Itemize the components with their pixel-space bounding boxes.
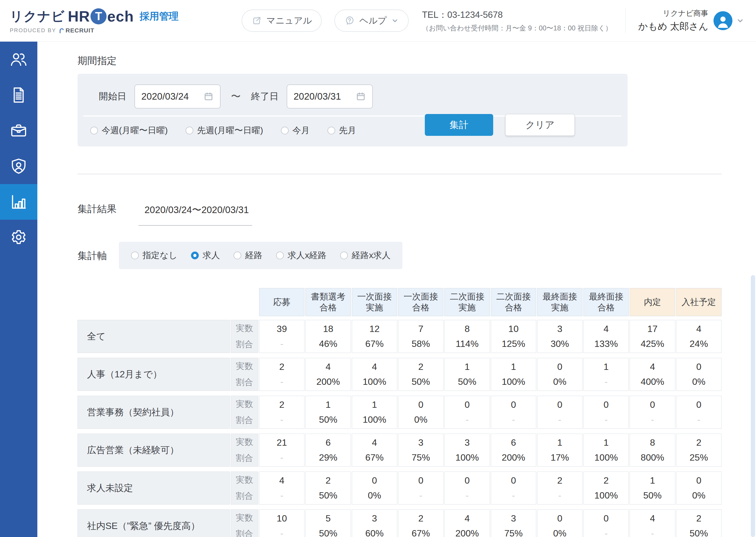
document-icon (10, 86, 28, 104)
avatar-person-icon (715, 14, 731, 30)
count-label: 実数 (236, 360, 253, 372)
rate-value: 60% (365, 528, 384, 537)
data-cell-4-6: 2- (537, 472, 582, 505)
rate-value: 100% (594, 490, 618, 501)
data-cell-3-7: 1100% (583, 434, 629, 467)
rate-value: - (419, 490, 423, 501)
table-row-4: 求人未設定実数割合4-250%00%0-0-0-2-2100%150%00% (78, 472, 722, 505)
rate-value: 100% (455, 452, 479, 463)
radio-quick-3[interactable]: 先月 (327, 125, 356, 137)
data-cell-5-8: 4- (630, 510, 675, 537)
sidebar-item-briefcase[interactable] (0, 113, 37, 148)
count-value: 2 (279, 399, 284, 410)
rate-value: - (558, 490, 562, 501)
start-date-input[interactable]: 2020/03/24 (134, 84, 221, 108)
data-cell-0-3: 758% (398, 320, 443, 353)
manual-button[interactable]: マニュアル (241, 10, 322, 32)
count-value: 2 (418, 361, 423, 372)
data-cell-0-6: 330% (537, 320, 582, 353)
rate-value: 67% (412, 528, 430, 537)
sidebar-item-document[interactable] (0, 77, 37, 113)
data-cell-1-5: 1100% (491, 358, 536, 391)
row-label: 広告営業（未経験可） (78, 434, 230, 467)
count-value: 4 (326, 361, 331, 372)
column-header-4: 二次面接 実施 (444, 288, 490, 316)
data-cell-3-1: 629% (305, 434, 351, 467)
briefcase-icon (10, 121, 28, 140)
rate-value: 50% (690, 528, 708, 537)
count-value: 1 (604, 437, 609, 448)
data-cell-1-3: 250% (398, 358, 443, 391)
aggregate-button[interactable]: 集計 (425, 114, 493, 136)
rate-value: 200% (502, 452, 525, 463)
count-value: 18 (323, 324, 333, 334)
count-value: 17 (648, 324, 658, 334)
page-scrollbar-thumb[interactable] (751, 275, 755, 537)
radio-quick-1[interactable]: 先週(月曜〜日曜) (186, 125, 263, 137)
clear-button[interactable]: クリア (505, 114, 575, 136)
radio-circle (327, 127, 335, 134)
radio-axis-3[interactable]: 求人x経路 (276, 250, 326, 261)
rate-value: - (280, 339, 283, 349)
sidebar-item-gear[interactable] (0, 220, 37, 255)
column-header-1: 書類選考 合格 (305, 288, 351, 316)
period-section-title: 期間指定 (78, 55, 722, 66)
count-value: 1 (604, 361, 609, 372)
sidebar-item-bar-chart[interactable] (0, 184, 37, 220)
range-tilde: 〜 (231, 90, 241, 103)
count-value: 1 (557, 437, 563, 448)
panel-buttons: 集計 クリア (425, 114, 575, 136)
start-date-value: 2020/03/24 (141, 91, 189, 102)
count-value: 4 (372, 361, 377, 372)
sidebar-item-users[interactable] (0, 42, 37, 77)
count-value: 2 (326, 475, 331, 486)
radio-axis-1[interactable]: 求人 (191, 250, 220, 261)
logo-row: リクナビ HR T ech 採用管理 (10, 8, 179, 25)
manual-button-label: マニュアル (267, 15, 312, 27)
column-header-5: 二次面接 合格 (491, 288, 536, 316)
data-cell-5-2: 360% (352, 510, 397, 537)
radio-quick-0[interactable]: 今週(月曜〜日曜) (90, 125, 168, 137)
radio-axis-2[interactable]: 経路 (233, 250, 262, 261)
end-date-input[interactable]: 2020/03/31 (287, 84, 373, 108)
count-value: 0 (604, 399, 609, 410)
data-cell-2-1: 150% (305, 396, 351, 429)
radio-axis-4[interactable]: 経路x求人 (340, 250, 390, 261)
produced-by-label: PRODUCED BY (10, 27, 56, 34)
data-cell-0-5: 10125% (491, 320, 536, 353)
radio-quick-2[interactable]: 今月 (281, 125, 310, 137)
rate-label: 割合 (236, 414, 253, 426)
help-button[interactable]: ヘルプ (334, 10, 409, 32)
count-value: 0 (557, 399, 563, 410)
bar-chart-icon (10, 193, 28, 211)
results-table: 応募書類選考 合格一次面接 実施一次面接 合格二次面接 実施二次面接 合格最終面… (78, 288, 722, 537)
logo-t-badge: T (91, 8, 106, 24)
app-header: リクナビ HR T ech 採用管理 PRODUCED BY RECRUIT マ… (0, 0, 756, 42)
rate-value: - (280, 414, 283, 425)
column-header-7: 最終面接 合格 (583, 288, 629, 316)
data-cell-1-8: 4400% (630, 358, 675, 391)
column-header-0: 応募 (259, 288, 305, 316)
radio-label: 求人x経路 (287, 250, 326, 261)
radio-label: 今週(月曜〜日曜) (102, 125, 168, 137)
recruit-word-label: RECRUIT (65, 27, 94, 34)
sidebar-item-shield-user[interactable] (0, 148, 37, 184)
radio-circle (276, 252, 284, 259)
data-cell-1-2: 4100% (352, 358, 397, 391)
radio-axis-0[interactable]: 指定なし (131, 250, 177, 261)
count-value: 12 (369, 324, 380, 334)
data-cell-0-9: 424% (676, 320, 722, 353)
rate-value: 100% (594, 452, 618, 463)
data-cell-5-1: 550% (305, 510, 351, 537)
rate-label: 割合 (236, 528, 253, 537)
radio-label: 今月 (292, 125, 310, 137)
count-value: 1 (372, 399, 377, 410)
data-cell-4-9: 00% (676, 472, 722, 505)
user-menu[interactable]: リクナビ商事 かもめ 太郎さん (638, 8, 744, 33)
row-label: 全て (78, 320, 230, 353)
data-cell-2-9: 0- (676, 396, 722, 429)
count-value: 4 (604, 324, 609, 334)
count-value: 0 (696, 399, 701, 410)
radio-label: 先週(月曜〜日曜) (197, 125, 263, 137)
data-cell-4-0: 4- (259, 472, 305, 505)
